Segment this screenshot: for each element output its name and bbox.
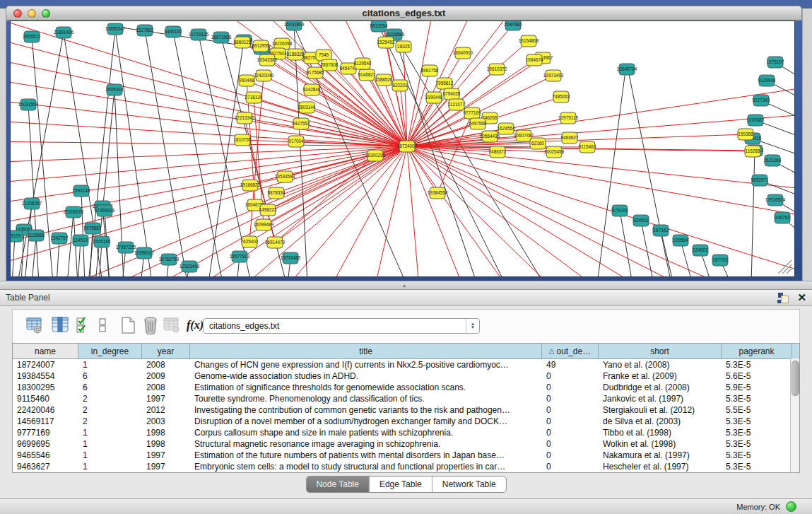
network-node[interactable]: 167342 [653,225,669,236]
network-node[interactable]: 6497568 [469,118,487,129]
network-node[interactable]: 12923448 [180,261,200,272]
cell-out_degree[interactable]: 0 [542,450,599,461]
cell-pagerank[interactable]: 5.3E-5 [722,393,792,404]
network-node[interactable]: 39159 [11,230,23,242]
network-node[interactable]: 7955812 [436,78,454,89]
network-node[interactable]: 1209387 [747,115,765,126]
table-row[interactable]: 1830029562008Estimation of significance … [13,382,799,393]
delete-table-icon[interactable] [141,316,160,334]
cell-title[interactable]: Structural magnetic resonance image aver… [190,438,542,450]
cell-pagerank[interactable]: 5.3E-5 [722,427,792,438]
table-row[interactable]: 1938455462009Genome-wide association stu… [13,370,799,382]
cell-title[interactable]: Investigating the contribution of common… [190,404,542,416]
memory-status-indicator[interactable] [786,501,796,512]
cell-short[interactable]: Jankovic et al. (1997) [599,393,722,404]
scrollbar-thumb[interactable] [792,361,799,396]
network-node[interactable]: 17359928 [95,205,115,216]
network-node[interactable]: 2718120 [245,92,263,103]
network-node[interactable]: 1342757 [51,233,69,244]
cell-name[interactable]: 9115460 [13,393,78,404]
splitter-handle-icon[interactable]: ▴ [403,282,406,288]
table-row[interactable]: 1456911722003Disruption of a novel membe… [13,416,799,427]
cell-pagerank[interactable]: 5.6E-5 [722,370,792,382]
cell-short[interactable]: Franke et al. (2009) [599,370,722,382]
network-node[interactable]: 1588520 [375,74,393,86]
cell-out_degree[interactable]: 0 [542,370,599,382]
cell-name[interactable]: 9465546 [13,450,78,461]
network-node[interactable]: 6961758 [421,65,439,76]
network-node[interactable]: 822203 [392,80,408,91]
cell-in_degree[interactable]: 1 [78,461,142,472]
select-columns-icon[interactable] [75,316,93,334]
cell-in_degree[interactable]: 6 [78,382,142,393]
network-node[interactable]: 16099489 [254,219,274,230]
network-node[interactable]: 1121077 [448,99,466,110]
column-header-year[interactable]: year [142,344,190,358]
network-node[interactable]: 924502 [633,215,649,226]
cell-short[interactable]: Wolkin et al. (1998) [599,438,722,450]
network-node[interactable]: 2905572 [23,31,41,42]
network-node[interactable]: 8878334 [268,187,286,199]
network-node[interactable]: 9227343 [753,95,770,106]
cell-title[interactable]: Embryonic stem cells: a model to study s… [190,461,542,472]
cell-name[interactable]: 9699695 [13,438,78,450]
cell-title[interactable]: Estimation of the future numbers of pati… [190,450,542,461]
table-row[interactable]: 946362711997Embryonic stem cells: a mode… [13,461,799,472]
network-node[interactable]: 16782759 [159,254,180,265]
network-node[interactable]: 159388 [738,129,753,140]
cell-name[interactable]: 19384554 [13,370,78,382]
tab-node-table[interactable]: Node Table [306,477,370,492]
network-node[interactable]: 679193 [612,205,628,216]
table-row[interactable]: 977716911998Corpus callosum shape and si… [13,427,799,438]
cell-year[interactable]: 2009 [142,370,190,382]
cell-pagerank[interactable]: 5.3E-5 [722,359,792,370]
table-row[interactable]: 2242004622012Investigating the contribut… [13,404,799,416]
network-node[interactable]: 8860123 [234,37,252,48]
column-header-title[interactable]: title [190,344,542,358]
network-node[interactable]: 114519 [73,235,88,246]
table-selector-dropdown[interactable]: citations_edges.txt ▲▼ [203,318,480,334]
cell-in_degree[interactable]: 1 [78,359,142,370]
network-node[interactable]: 7486372 [489,146,507,158]
network-node[interactable]: 9129946 [758,75,776,86]
network-node[interactable]: 22420046 [254,70,274,81]
cell-pagerank[interactable]: 5.3E-5 [722,461,792,472]
network-node[interactable]: 8912955 [252,40,270,52]
network-node[interactable]: 990448 [239,75,254,86]
cell-pagerank[interactable]: 5.3E-5 [722,416,792,427]
network-node[interactable]: 16671988 [211,32,232,43]
cell-out_degree[interactable]: 0 [542,382,599,393]
cell-in_degree[interactable]: 6 [78,370,142,382]
network-node[interactable]: 10655247 [105,23,126,35]
network-node[interactable]: 18325 [396,41,411,52]
cell-name[interactable]: 14569117 [13,416,78,427]
network-node[interactable]: 8427552 [293,118,310,129]
network-node[interactable]: 116288 [745,146,760,157]
cell-in_degree[interactable]: 2 [78,393,142,404]
row-height-icon[interactable] [98,316,107,334]
network-node[interactable]: 9692971 [751,175,769,186]
network-node[interactable]: 9777169 [464,107,481,119]
cell-name[interactable]: 18300295 [13,382,78,393]
network-node[interactable]: 9975887 [84,223,102,234]
cell-title[interactable]: Corpus callosum shape and size in male p… [190,427,542,438]
cell-out_degree[interactable]: 0 [542,393,599,404]
cell-year[interactable]: 2008 [142,382,190,393]
network-node[interactable]: 8813054 [370,21,388,32]
network-node[interactable]: 1505185 [93,236,111,247]
network-node[interactable]: 9242848 [303,84,321,95]
network-node[interactable]: 16914479 [265,237,286,248]
network-node[interactable]: 1575107 [767,57,784,68]
table-row[interactable]: 911546021997Tourette syndrome. Phenomeno… [13,393,799,404]
network-window-titlebar[interactable]: citations_edges.txt [6,6,802,21]
cell-pagerank[interactable]: 5.9E-5 [722,382,792,393]
network-node[interactable]: 16648794 [617,64,637,75]
cell-name[interactable]: 18724007 [13,359,78,370]
resize-grip[interactable] [778,260,792,274]
network-node[interactable]: 9175685 [307,67,324,78]
table-row[interactable]: 1872400712008Changes of HCN gene express… [13,359,799,370]
network-node[interactable]: 1990448 [425,92,443,103]
network-node[interactable]: 1624554 [498,123,515,134]
column-header-out_degree[interactable]: △out_de… [542,344,599,358]
cell-out_degree[interactable]: 49 [542,359,599,370]
